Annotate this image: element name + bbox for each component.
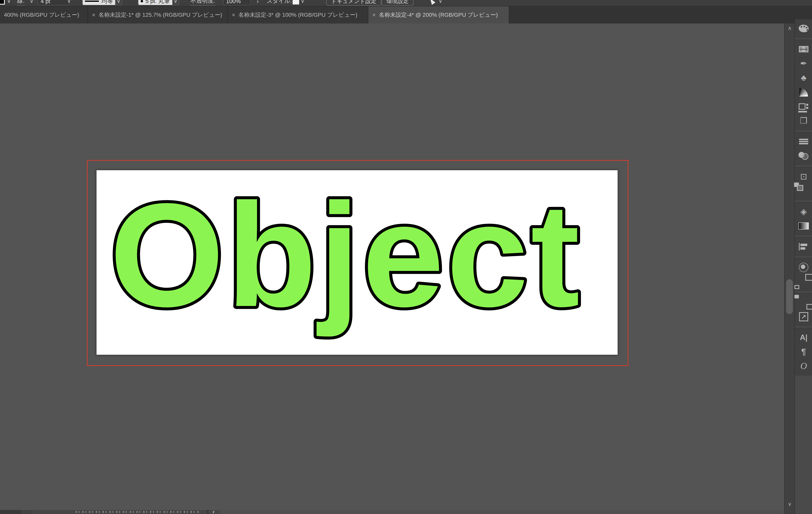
paragraph-panel-button[interactable]: ¶ (795, 345, 812, 359)
stroke-weight-field[interactable]: 4 pt (38, 0, 69, 6)
gradient-panel-button[interactable] (795, 219, 812, 233)
tab-label: 名称未設定-3* @ 100% (RGB/GPU プレビュー) (238, 11, 357, 19)
swatches-panel-button[interactable] (795, 42, 812, 56)
libraries-icon: ❐ (800, 117, 807, 125)
tab-close-icon[interactable]: × (232, 11, 235, 18)
opacity-link[interactable]: 不透明度: (191, 0, 215, 6)
tab-bar-filler (509, 6, 812, 24)
transform-icon: ⊡ (800, 172, 807, 181)
chevron-down-icon: ∨ (67, 0, 71, 4)
stroke-profile-preview-icon (85, 1, 99, 2)
control-bar: ∨ 線: ∨ 4 pt ∨ 均等 ∨ 5 pt. 丸筆 ∨ 不透明度: 100%… (0, 0, 812, 6)
brush-dropdown[interactable]: 5 pt. 丸筆 ∨ (138, 0, 179, 6)
tab-label: 400% (RGB/GPU プレビュー) (4, 11, 79, 19)
stroke-panel-button[interactable] (795, 134, 812, 149)
chevron-down-icon: ∨ (174, 0, 177, 4)
document-tab[interactable]: ×名称未設定-4* @ 200% (RGB/GPU プレビュー) (368, 6, 509, 24)
color-guide-icon (799, 88, 808, 96)
document-tab[interactable]: 400% (RGB/GPU プレビュー) (0, 6, 88, 24)
color-swatch[interactable] (0, 0, 5, 6)
opacity-expand[interactable]: › (257, 0, 259, 6)
dock-group (795, 237, 812, 258)
color-palette-icon (799, 25, 809, 32)
stroke-link[interactable]: 線: (17, 0, 25, 6)
dock-group (795, 258, 812, 293)
chevron-down-icon: ∨ (7, 0, 11, 4)
brushes-icon: ✒ (800, 59, 807, 68)
pathfinder-panel-button[interactable] (795, 184, 812, 198)
export-share-icon: ↗ (799, 312, 808, 321)
swatches-icon (799, 46, 808, 52)
black-swatch-icon (0, 0, 5, 5)
dock-group: ↗ (795, 293, 812, 328)
scroll-up-icon[interactable]: ∧ (785, 25, 795, 31)
artboard-text[interactable]: Object (110, 173, 582, 338)
gradient-icon (799, 222, 809, 230)
asset-export-panel-button[interactable] (795, 295, 812, 310)
align-panel-button[interactable] (795, 239, 812, 254)
stroke-profile-dropdown[interactable]: 均等 ∨ (83, 0, 122, 6)
white-swatch-icon (292, 0, 299, 5)
color-palette-panel-button[interactable] (795, 21, 812, 36)
paragraph-icon: ¶ (801, 348, 806, 356)
layers-icon: ◈ (801, 207, 807, 216)
chevron-down-icon: ∨ (301, 0, 304, 4)
selection-tool-dropdown[interactable]: ∨ (439, 0, 442, 6)
transparency-panel-button[interactable] (795, 149, 812, 163)
vertical-scrollbar[interactable]: ∧ ∨ (784, 24, 795, 514)
style-swatch[interactable] (292, 0, 299, 6)
tab-close-icon[interactable]: × (92, 11, 95, 18)
symbols-panel-button[interactable]: ♣ (795, 71, 812, 85)
document-tab[interactable]: ×名称未設定-3* @ 100% (RGB/GPU プレビュー) (228, 6, 368, 24)
horizontal-scrollbar[interactable] (220, 510, 784, 514)
character-icon: A| (800, 334, 807, 341)
preferences-button[interactable]: 環境設定 (382, 0, 413, 6)
export-share-panel-button[interactable]: ↗ (795, 310, 812, 324)
chevron-down-icon: ∨ (117, 0, 120, 4)
character-panel-button[interactable]: A| (795, 330, 812, 345)
opentype-icon: O (800, 362, 807, 371)
dock-group: ◈ (795, 202, 812, 237)
layers-panel-button[interactable]: ◈ (795, 204, 812, 219)
appearance-panel-button[interactable] (795, 260, 812, 275)
status-segment (21, 510, 32, 514)
pathfinder-icon (799, 187, 809, 195)
transform-panel-button[interactable]: ⊡ (795, 169, 812, 184)
opacity-field[interactable]: 100% (223, 0, 251, 6)
dock-group: ⊡ (795, 167, 812, 202)
tab-close-icon[interactable]: × (372, 11, 376, 18)
stroke-weight-dropdown[interactable]: ∨ (67, 0, 71, 6)
libraries-panel-button[interactable]: ❐ (795, 114, 812, 128)
brush-preview-icon (141, 0, 143, 2)
brushes-panel-button[interactable]: ✒ (795, 56, 812, 71)
document-setup-button[interactable]: ドキュメント設定 (326, 0, 381, 6)
artboards-panel-button[interactable] (795, 275, 812, 289)
color-guide-panel-button[interactable] (795, 85, 812, 99)
status-hint-text-clipped (76, 511, 199, 513)
selection-tool-icon[interactable] (430, 0, 434, 6)
artboards-icon (799, 278, 809, 286)
transparency-icon (799, 152, 809, 160)
stroke-weight-stepper[interactable]: ∨ (30, 0, 33, 6)
style-label: スタイル: (267, 0, 292, 6)
asset-export-icon (799, 298, 809, 306)
3d-materials-icon (799, 103, 806, 110)
opentype-panel-button[interactable]: O (795, 359, 812, 373)
appearance-icon (799, 263, 808, 272)
swatch-dropdown[interactable]: ∨ (7, 0, 11, 6)
status-tool-segment (208, 510, 220, 514)
vertical-scrollbar-thumb[interactable] (786, 279, 793, 314)
dock-group (795, 19, 812, 39)
artboard[interactable]: Object (96, 170, 618, 355)
status-hint-strip (32, 510, 207, 514)
document-tab[interactable]: ×名称未設定-1* @ 125.7% (RGB/GPU プレビュー) (88, 6, 228, 24)
3d-materials-panel-button[interactable] (795, 99, 812, 114)
chevron-down-icon: ∨ (439, 0, 442, 4)
style-dropdown[interactable]: ∨ (301, 0, 304, 6)
chevron-right-icon: › (257, 0, 259, 5)
scroll-down-icon[interactable]: ∨ (785, 501, 795, 507)
panel-dock: ✒♣❐⊡◈↗A|¶O (794, 19, 812, 514)
status-bar (0, 510, 784, 514)
canvas-area[interactable]: Object (0, 24, 784, 514)
stroke-icon (799, 139, 808, 144)
